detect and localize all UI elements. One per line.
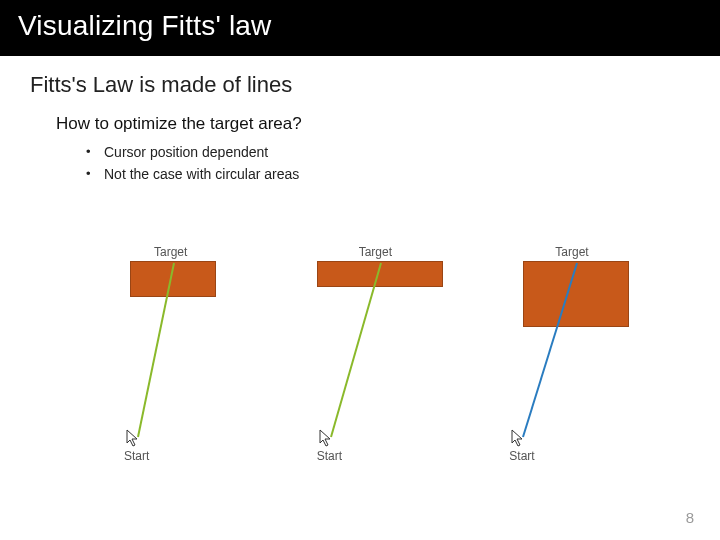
svg-line-0 — [138, 263, 174, 437]
page-number: 8 — [686, 509, 694, 526]
trajectory-line — [493, 245, 683, 455]
title-bar: Visualizing Fitts' law — [0, 0, 720, 56]
trajectory-line — [307, 245, 497, 455]
svg-line-2 — [523, 263, 577, 437]
slide-body: Fitts's Law is made of lines How to opti… — [0, 56, 720, 182]
start-label: Start — [124, 449, 149, 463]
start-label: Start — [509, 449, 534, 463]
subtitle: Fitts's Law is made of lines — [30, 72, 720, 98]
trajectory-line — [120, 245, 300, 455]
bullet-list: Cursor position dependent Not the case w… — [86, 144, 720, 182]
figure-panel: Target Start — [493, 245, 680, 475]
cursor-icon — [511, 429, 525, 447]
svg-line-1 — [331, 263, 381, 437]
subheading: How to optimize the target area? — [56, 114, 720, 134]
figure-panel: Target Start — [120, 245, 307, 475]
bullet-item: Not the case with circular areas — [86, 166, 720, 182]
start-label: Start — [317, 449, 342, 463]
fitts-figure: Target Start Target S — [120, 245, 680, 475]
cursor-icon — [126, 429, 140, 447]
cursor-icon — [319, 429, 333, 447]
slide: Visualizing Fitts' law Fitts's Law is ma… — [0, 0, 720, 540]
bullet-item: Cursor position dependent — [86, 144, 720, 160]
figure-panel: Target Start — [307, 245, 494, 475]
slide-title: Visualizing Fitts' law — [18, 10, 702, 42]
